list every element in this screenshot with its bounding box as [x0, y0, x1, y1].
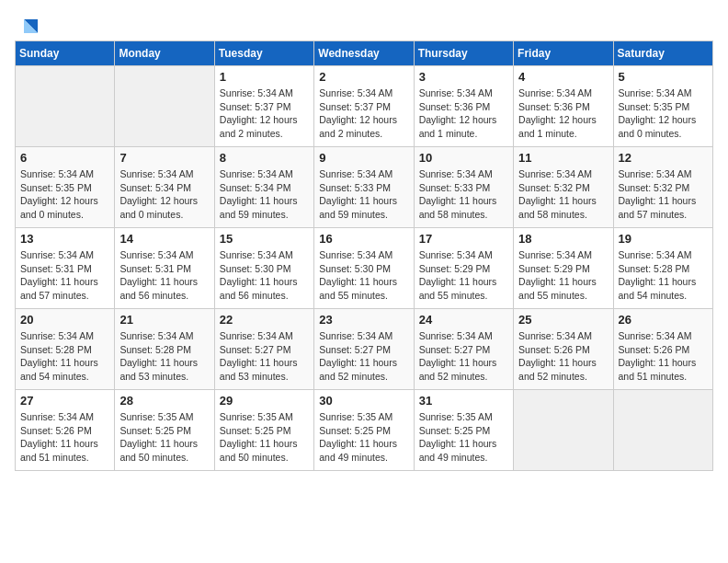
calendar-cell: 29Sunrise: 5:35 AM Sunset: 5:25 PM Dayli… — [214, 390, 313, 471]
calendar-cell: 6Sunrise: 5:34 AM Sunset: 5:35 PM Daylig… — [16, 147, 115, 228]
calendar-cell: 3Sunrise: 5:34 AM Sunset: 5:36 PM Daylig… — [414, 66, 513, 147]
day-number: 28 — [119, 394, 209, 408]
logo — [15, 15, 46, 33]
day-number: 5 — [619, 70, 708, 84]
calendar-cell: 22Sunrise: 5:34 AM Sunset: 5:27 PM Dayli… — [214, 309, 313, 390]
calendar-cell: 8Sunrise: 5:34 AM Sunset: 5:34 PM Daylig… — [214, 147, 313, 228]
day-info: Sunrise: 5:34 AM Sunset: 5:26 PM Dayligh… — [20, 410, 109, 465]
day-info: Sunrise: 5:34 AM Sunset: 5:28 PM Dayligh… — [20, 329, 109, 384]
calendar-cell — [115, 66, 214, 147]
calendar-cell: 15Sunrise: 5:34 AM Sunset: 5:30 PM Dayli… — [214, 228, 313, 309]
day-number: 24 — [419, 313, 508, 327]
day-info: Sunrise: 5:34 AM Sunset: 5:26 PM Dayligh… — [518, 329, 608, 384]
day-info: Sunrise: 5:34 AM Sunset: 5:29 PM Dayligh… — [419, 248, 508, 303]
column-header-friday: Friday — [514, 41, 613, 66]
calendar-cell: 23Sunrise: 5:34 AM Sunset: 5:27 PM Dayli… — [314, 309, 414, 390]
day-info: Sunrise: 5:34 AM Sunset: 5:36 PM Dayligh… — [518, 86, 608, 141]
calendar-cell: 18Sunrise: 5:34 AM Sunset: 5:29 PM Dayli… — [514, 228, 613, 309]
day-number: 6 — [20, 151, 109, 165]
day-info: Sunrise: 5:34 AM Sunset: 5:30 PM Dayligh… — [319, 248, 408, 303]
column-header-wednesday: Wednesday — [314, 41, 414, 66]
calendar-cell — [514, 390, 613, 471]
day-info: Sunrise: 5:34 AM Sunset: 5:27 PM Dayligh… — [319, 329, 408, 384]
day-number: 4 — [518, 70, 608, 84]
day-info: Sunrise: 5:34 AM Sunset: 5:27 PM Dayligh… — [419, 329, 508, 384]
calendar-cell: 14Sunrise: 5:34 AM Sunset: 5:31 PM Dayli… — [115, 228, 214, 309]
calendar-cell — [613, 390, 712, 471]
calendar-cell: 12Sunrise: 5:34 AM Sunset: 5:32 PM Dayli… — [613, 147, 712, 228]
day-info: Sunrise: 5:34 AM Sunset: 5:28 PM Dayligh… — [119, 329, 209, 384]
logo-icon — [15, 15, 42, 33]
day-number: 13 — [20, 232, 109, 246]
calendar-cell: 13Sunrise: 5:34 AM Sunset: 5:31 PM Dayli… — [16, 228, 115, 309]
day-number: 25 — [518, 313, 608, 327]
day-info: Sunrise: 5:34 AM Sunset: 5:37 PM Dayligh… — [319, 86, 408, 141]
day-number: 22 — [220, 313, 309, 327]
calendar-week-row: 13Sunrise: 5:34 AM Sunset: 5:31 PM Dayli… — [16, 228, 713, 309]
calendar-cell: 9Sunrise: 5:34 AM Sunset: 5:33 PM Daylig… — [314, 147, 414, 228]
calendar-week-row: 1Sunrise: 5:34 AM Sunset: 5:37 PM Daylig… — [16, 66, 713, 147]
day-number: 27 — [20, 394, 109, 408]
calendar-cell: 19Sunrise: 5:34 AM Sunset: 5:28 PM Dayli… — [613, 228, 712, 309]
calendar-cell: 28Sunrise: 5:35 AM Sunset: 5:25 PM Dayli… — [115, 390, 214, 471]
day-number: 20 — [20, 313, 109, 327]
day-info: Sunrise: 5:35 AM Sunset: 5:25 PM Dayligh… — [319, 410, 408, 465]
calendar-cell: 30Sunrise: 5:35 AM Sunset: 5:25 PM Dayli… — [314, 390, 414, 471]
calendar-week-row: 27Sunrise: 5:34 AM Sunset: 5:26 PM Dayli… — [16, 390, 713, 471]
calendar-cell — [16, 66, 115, 147]
calendar-cell: 20Sunrise: 5:34 AM Sunset: 5:28 PM Dayli… — [16, 309, 115, 390]
calendar-cell: 1Sunrise: 5:34 AM Sunset: 5:37 PM Daylig… — [214, 66, 313, 147]
calendar-cell: 10Sunrise: 5:34 AM Sunset: 5:33 PM Dayli… — [414, 147, 513, 228]
day-info: Sunrise: 5:34 AM Sunset: 5:35 PM Dayligh… — [619, 86, 708, 141]
day-info: Sunrise: 5:34 AM Sunset: 5:31 PM Dayligh… — [20, 248, 109, 303]
day-info: Sunrise: 5:34 AM Sunset: 5:35 PM Dayligh… — [20, 167, 109, 222]
calendar-cell: 24Sunrise: 5:34 AM Sunset: 5:27 PM Dayli… — [414, 309, 513, 390]
calendar-cell: 11Sunrise: 5:34 AM Sunset: 5:32 PM Dayli… — [514, 147, 613, 228]
calendar-cell: 17Sunrise: 5:34 AM Sunset: 5:29 PM Dayli… — [414, 228, 513, 309]
column-header-thursday: Thursday — [414, 41, 513, 66]
day-number: 21 — [119, 313, 209, 327]
day-number: 8 — [220, 151, 309, 165]
calendar-cell: 7Sunrise: 5:34 AM Sunset: 5:34 PM Daylig… — [115, 147, 214, 228]
day-info: Sunrise: 5:34 AM Sunset: 5:29 PM Dayligh… — [518, 248, 608, 303]
day-info: Sunrise: 5:34 AM Sunset: 5:27 PM Dayligh… — [220, 329, 309, 384]
calendar-header-row: SundayMondayTuesdayWednesdayThursdayFrid… — [16, 41, 713, 66]
day-number: 15 — [220, 232, 309, 246]
day-info: Sunrise: 5:34 AM Sunset: 5:32 PM Dayligh… — [619, 167, 708, 222]
day-info: Sunrise: 5:34 AM Sunset: 5:33 PM Dayligh… — [319, 167, 408, 222]
day-info: Sunrise: 5:35 AM Sunset: 5:25 PM Dayligh… — [119, 410, 209, 465]
calendar-cell: 4Sunrise: 5:34 AM Sunset: 5:36 PM Daylig… — [514, 66, 613, 147]
day-number: 31 — [419, 394, 508, 408]
day-number: 17 — [419, 232, 508, 246]
calendar-week-row: 6Sunrise: 5:34 AM Sunset: 5:35 PM Daylig… — [16, 147, 713, 228]
day-info: Sunrise: 5:34 AM Sunset: 5:28 PM Dayligh… — [619, 248, 708, 303]
day-number: 14 — [119, 232, 209, 246]
day-number: 19 — [619, 232, 708, 246]
day-number: 18 — [518, 232, 608, 246]
calendar-cell: 16Sunrise: 5:34 AM Sunset: 5:30 PM Dayli… — [314, 228, 414, 309]
column-header-sunday: Sunday — [16, 41, 115, 66]
calendar-table: SundayMondayTuesdayWednesdayThursdayFrid… — [15, 40, 713, 471]
day-info: Sunrise: 5:34 AM Sunset: 5:30 PM Dayligh… — [220, 248, 309, 303]
day-number: 2 — [319, 70, 408, 84]
day-number: 26 — [619, 313, 708, 327]
calendar-cell: 5Sunrise: 5:34 AM Sunset: 5:35 PM Daylig… — [613, 66, 712, 147]
day-info: Sunrise: 5:34 AM Sunset: 5:34 PM Dayligh… — [119, 167, 209, 222]
column-header-monday: Monday — [115, 41, 214, 66]
day-info: Sunrise: 5:35 AM Sunset: 5:25 PM Dayligh… — [220, 410, 309, 465]
column-header-tuesday: Tuesday — [214, 41, 313, 66]
day-info: Sunrise: 5:34 AM Sunset: 5:34 PM Dayligh… — [220, 167, 309, 222]
day-info: Sunrise: 5:34 AM Sunset: 5:31 PM Dayligh… — [119, 248, 209, 303]
calendar-cell: 25Sunrise: 5:34 AM Sunset: 5:26 PM Dayli… — [514, 309, 613, 390]
calendar-cell: 2Sunrise: 5:34 AM Sunset: 5:37 PM Daylig… — [314, 66, 414, 147]
day-info: Sunrise: 5:34 AM Sunset: 5:26 PM Dayligh… — [619, 329, 708, 384]
day-info: Sunrise: 5:35 AM Sunset: 5:25 PM Dayligh… — [419, 410, 508, 465]
calendar-cell: 31Sunrise: 5:35 AM Sunset: 5:25 PM Dayli… — [414, 390, 513, 471]
column-header-saturday: Saturday — [613, 41, 712, 66]
day-number: 29 — [220, 394, 309, 408]
calendar-cell: 27Sunrise: 5:34 AM Sunset: 5:26 PM Dayli… — [16, 390, 115, 471]
day-number: 1 — [220, 70, 309, 84]
day-number: 10 — [419, 151, 508, 165]
calendar-cell: 26Sunrise: 5:34 AM Sunset: 5:26 PM Dayli… — [613, 309, 712, 390]
day-number: 9 — [319, 151, 408, 165]
